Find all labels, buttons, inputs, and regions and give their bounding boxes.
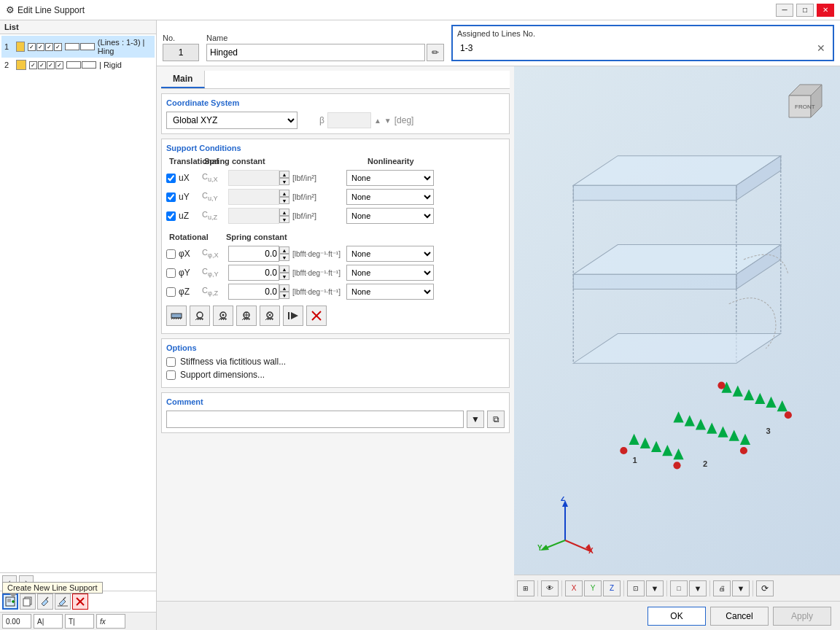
name-edit-button[interactable]: ✏: [427, 44, 444, 61]
close-button[interactable]: ✕: [817, 4, 834, 17]
bottom-bar: OK Cancel Apply: [157, 601, 840, 630]
uy-spin-up[interactable]: ▲: [279, 190, 289, 197]
vp-btn-eye[interactable]: 👁: [541, 580, 559, 596]
comment-input[interactable]: [166, 411, 464, 428]
support-type-4-icon: [240, 309, 253, 322]
uy-checkbox[interactable]: [166, 192, 176, 202]
phix-spring-input[interactable]: [228, 246, 279, 262]
vp-btn-y[interactable]: Y: [584, 580, 602, 596]
right-panel: No. Name ✏ Assigned to Lines No. ✕: [157, 20, 840, 630]
svg-point-83: [620, 447, 627, 454]
no-field-group: No.: [163, 34, 199, 61]
assigned-input[interactable]: [457, 39, 811, 57]
stiffness-label: Stiffness via fictitious wall...: [180, 357, 286, 367]
phiz-spin-down[interactable]: ▼: [279, 292, 289, 299]
svg-line-94: [565, 540, 591, 551]
vp-btn-render2[interactable]: ▼: [689, 580, 707, 596]
uz-spring-input[interactable]: [228, 208, 279, 224]
dimensions-label: Support dimensions...: [180, 370, 265, 380]
ux-spring-input[interactable]: [228, 170, 279, 186]
support-icon-1[interactable]: [166, 306, 187, 326]
minimize-button[interactable]: ─: [776, 4, 793, 17]
support-icon-3[interactable]: [213, 306, 233, 326]
vp-btn-display2[interactable]: ▼: [646, 580, 664, 596]
status-align[interactable]: A|: [34, 614, 63, 629]
uy-spring-input[interactable]: [228, 189, 279, 205]
cancel-button[interactable]: Cancel: [710, 607, 769, 626]
status-fx[interactable]: fx: [96, 614, 125, 629]
uz-spin-down[interactable]: ▼: [279, 216, 289, 223]
phiy-spin-down[interactable]: ▼: [279, 273, 289, 280]
vp-btn-z[interactable]: Z: [603, 580, 621, 596]
comment-copy-button[interactable]: ⧉: [487, 411, 505, 428]
assigned-label: Assigned to Lines No.: [457, 29, 828, 38]
vp-btn-render[interactable]: □: [670, 580, 688, 596]
vp-btn-display[interactable]: ⊡: [627, 580, 645, 596]
vp-btn-reset[interactable]: ⟳: [756, 580, 774, 596]
edit-button[interactable]: [37, 594, 53, 610]
phiz-checkbox[interactable]: [166, 287, 176, 297]
assigned-clear-button[interactable]: ✕: [814, 41, 828, 55]
ux-spin-down[interactable]: ▼: [279, 178, 289, 185]
nav-right-arrow[interactable]: ›: [19, 575, 34, 588]
vp-btn-grid[interactable]: ⊞: [517, 580, 534, 596]
uy-nonlinearity[interactable]: None: [346, 189, 434, 205]
ux-nonlinearity[interactable]: None: [346, 170, 434, 186]
phiy-nonlinearity[interactable]: None: [346, 265, 434, 281]
beta-input[interactable]: [327, 112, 371, 128]
uz-spin-up[interactable]: ▲: [279, 209, 289, 216]
dimensions-checkbox[interactable]: [166, 370, 176, 380]
phiz-spring-input[interactable]: [228, 284, 279, 300]
vp-btn-x[interactable]: X: [565, 580, 583, 596]
support-icon-back[interactable]: [283, 306, 303, 326]
spinner-down[interactable]: ▼: [384, 117, 392, 125]
support-icon-4[interactable]: [236, 306, 257, 326]
no-input[interactable]: [163, 44, 199, 61]
vp-btn-print2[interactable]: ▼: [732, 580, 750, 596]
phix-spin-up[interactable]: ▲: [279, 246, 289, 254]
list-item-rects: [65, 43, 95, 50]
tab-main[interactable]: Main: [161, 71, 205, 88]
uz-nonlinearity[interactable]: None: [346, 208, 434, 224]
phiy-spring-input[interactable]: [228, 265, 279, 281]
vp-btn-print[interactable]: 🖨: [713, 580, 731, 596]
phiy-checkbox[interactable]: [166, 268, 176, 278]
coordinate-system-select[interactable]: Global XYZ: [166, 112, 298, 129]
delete-button[interactable]: [72, 594, 88, 610]
support-icon-delete[interactable]: [306, 306, 327, 326]
maximize-button[interactable]: □: [796, 4, 814, 17]
uz-spring-label: Cu,Z: [202, 210, 225, 221]
copy-button[interactable]: [20, 594, 36, 610]
nav-left-arrow[interactable]: ‹: [2, 575, 17, 588]
options-section: Options Stiffness via fictitious wall...…: [161, 338, 510, 388]
phix-spin-down[interactable]: ▼: [279, 254, 289, 261]
phiy-spin-up[interactable]: ▲: [279, 265, 289, 273]
name-input[interactable]: [206, 44, 425, 61]
status-text[interactable]: T|: [65, 614, 94, 629]
ux-checkbox[interactable]: [166, 174, 176, 183]
phiz-spring-wrapper: ▲ ▼: [228, 284, 289, 300]
create-new-button[interactable]: [2, 594, 18, 610]
phix-checkbox[interactable]: [166, 249, 176, 259]
apply-button[interactable]: Apply: [773, 607, 831, 626]
support-icon-2[interactable]: [190, 306, 210, 326]
vp-sep-2: [561, 580, 562, 596]
title-bar: ⚙ Edit Line Support ─ □ ✕: [0, 0, 840, 20]
support-icon-5[interactable]: [260, 306, 280, 326]
uz-checkbox[interactable]: [166, 211, 176, 221]
phiz-nonlinearity[interactable]: None: [346, 284, 434, 300]
list-item[interactable]: 1 (Lines : 1-3) | Hing: [1, 36, 155, 58]
phix-nonlinearity[interactable]: None: [346, 246, 434, 262]
ok-button[interactable]: OK: [648, 607, 706, 626]
comment-dropdown-button[interactable]: ▼: [467, 411, 484, 428]
svg-marker-65: [629, 434, 639, 445]
uy-spin-down[interactable]: ▼: [279, 197, 289, 204]
edit2-button[interactable]: [55, 594, 71, 610]
phiz-spin-up[interactable]: ▲: [279, 284, 289, 292]
list-item[interactable]: 2 | Rigid: [1, 58, 155, 72]
spinner-up[interactable]: ▲: [374, 117, 381, 125]
stiffness-checkbox[interactable]: [166, 357, 176, 367]
ux-spin-up[interactable]: ▲: [279, 171, 289, 178]
list-item-color: [16, 60, 26, 70]
svg-text:1: 1: [633, 456, 637, 464]
